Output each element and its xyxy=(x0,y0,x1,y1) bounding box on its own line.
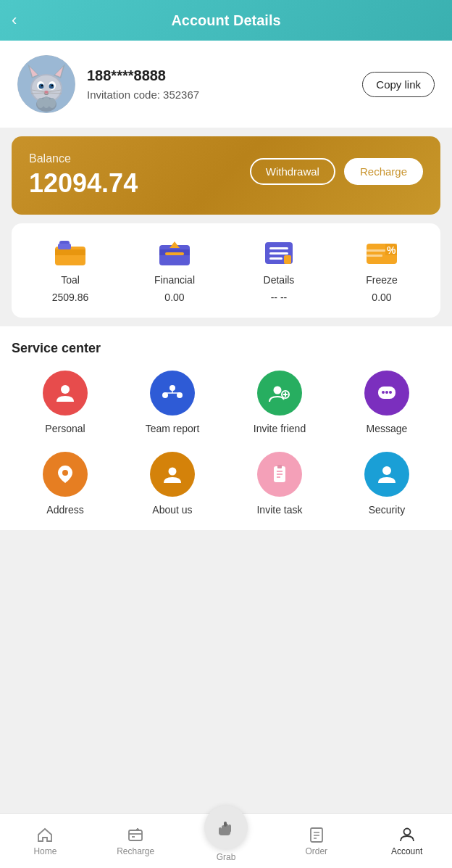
svg-point-56 xyxy=(389,391,392,394)
balance-card: Balance 12094.74 Withdrawal Recharge xyxy=(12,136,440,215)
svg-text:%: % xyxy=(387,244,396,256)
svg-point-58 xyxy=(169,468,177,476)
nav-recharge[interactable]: Recharge xyxy=(91,826,181,856)
invite-friend-icon xyxy=(257,371,302,416)
invite-friend-label: Invite friend xyxy=(254,423,306,434)
withdrawal-button[interactable]: Withdrawal xyxy=(250,158,335,185)
svg-rect-65 xyxy=(129,830,142,840)
stat-financial[interactable]: Financial 0.00 xyxy=(154,238,195,303)
account-label: Account xyxy=(391,846,422,856)
service-title: Service center xyxy=(12,341,440,356)
svg-point-78 xyxy=(403,828,410,835)
nav-order[interactable]: Order xyxy=(271,826,361,856)
toal-icon xyxy=(51,238,89,268)
toal-value: 2509.86 xyxy=(52,292,89,303)
service-item-address[interactable]: Address xyxy=(12,452,119,516)
financial-label: Financial xyxy=(154,274,195,286)
balance-amount: 12094.74 xyxy=(29,168,138,199)
stats-section: Toal 2509.86 Financial 0.00 Details xyxy=(12,223,440,318)
nav-home[interactable]: Home xyxy=(0,826,91,856)
team-report-icon xyxy=(150,371,195,416)
details-value: -- -- xyxy=(271,292,288,303)
svg-point-54 xyxy=(382,391,385,394)
back-button[interactable]: ‹ xyxy=(12,11,17,30)
home-label: Home xyxy=(33,846,56,856)
profile-phone: 188****8888 xyxy=(87,67,351,84)
profile-info: 188****8888 Invitation code: 352367 xyxy=(87,67,351,101)
copy-link-button[interactable]: Copy link xyxy=(362,72,435,97)
profile-invite: Invitation code: 352367 xyxy=(87,88,351,101)
service-item-security[interactable]: Security xyxy=(333,452,440,516)
svg-rect-39 xyxy=(367,255,382,257)
home-icon xyxy=(36,826,54,843)
svg-rect-63 xyxy=(277,465,282,468)
balance-top: Balance 12094.74 Withdrawal Recharge xyxy=(29,152,423,199)
stat-toal[interactable]: Toal 2509.86 xyxy=(51,238,89,303)
svg-point-55 xyxy=(385,391,388,394)
svg-point-64 xyxy=(382,466,391,475)
details-icon xyxy=(260,238,298,268)
svg-point-57 xyxy=(62,470,68,476)
svg-point-10 xyxy=(49,84,54,89)
bottom-nav: Home Recharge xyxy=(0,813,452,868)
service-item-invite-task[interactable]: Invite task xyxy=(226,452,333,516)
service-item-message[interactable]: Message xyxy=(333,371,440,434)
svg-marker-29 xyxy=(170,241,180,248)
profile-section: 188****8888 Invitation code: 352367 Copy… xyxy=(0,41,452,128)
svg-rect-31 xyxy=(269,247,288,249)
grab-circle xyxy=(204,806,248,849)
freeze-icon: % xyxy=(363,238,401,268)
header: ‹ Account Details xyxy=(0,0,452,41)
grab-label: Grab xyxy=(217,852,236,862)
balance-buttons: Withdrawal Recharge xyxy=(250,152,423,185)
invite-task-label: Invite task xyxy=(256,504,302,516)
nav-grab[interactable]: Grab xyxy=(181,820,272,862)
message-icon xyxy=(364,371,409,416)
svg-point-9 xyxy=(39,84,44,89)
recharge-icon xyxy=(127,826,144,843)
svg-rect-33 xyxy=(269,257,282,260)
invite-code: 352367 xyxy=(163,88,199,101)
about-us-label: About us xyxy=(152,504,192,516)
freeze-label: Freeze xyxy=(366,274,398,286)
details-label: Details xyxy=(264,274,295,286)
order-label: Order xyxy=(305,846,327,856)
recharge-label: Recharge xyxy=(117,846,154,856)
svg-point-12 xyxy=(51,85,53,86)
financial-value: 0.00 xyxy=(164,292,184,303)
nav-account[interactable]: Account xyxy=(361,826,452,856)
freeze-value: 0.00 xyxy=(372,292,391,303)
stat-details[interactable]: Details -- -- xyxy=(260,238,298,303)
financial-icon xyxy=(156,238,193,268)
svg-rect-34 xyxy=(284,255,291,264)
avatar-image xyxy=(17,55,75,113)
toal-label: Toal xyxy=(61,274,80,286)
personal-label: Personal xyxy=(45,423,85,434)
svg-rect-28 xyxy=(165,252,184,255)
svg-rect-25 xyxy=(58,244,71,249)
service-section: Service center Personal xyxy=(0,326,452,530)
recharge-button[interactable]: Recharge xyxy=(344,158,423,185)
service-item-team-report[interactable]: Team report xyxy=(119,371,226,434)
address-icon xyxy=(43,452,88,497)
address-label: Address xyxy=(46,504,83,516)
avatar xyxy=(17,55,75,113)
message-label: Message xyxy=(367,423,408,434)
stat-freeze[interactable]: % Freeze 0.00 xyxy=(363,238,401,303)
svg-rect-38 xyxy=(367,249,385,252)
service-item-invite-friend[interactable]: Invite friend xyxy=(226,371,333,434)
security-label: Security xyxy=(369,504,406,516)
balance-label: Balance xyxy=(29,152,138,165)
account-icon xyxy=(398,826,416,843)
service-grid: Personal Team report xyxy=(12,371,440,516)
gray-area xyxy=(0,539,452,597)
invite-task-icon xyxy=(257,452,302,497)
svg-rect-32 xyxy=(269,252,288,255)
order-icon xyxy=(308,826,325,843)
svg-point-40 xyxy=(61,385,70,394)
service-item-personal[interactable]: Personal xyxy=(12,371,119,434)
service-item-about-us[interactable]: About us xyxy=(119,452,226,516)
page-title: Account Details xyxy=(171,12,280,29)
team-report-label: Team report xyxy=(146,423,200,434)
personal-icon xyxy=(43,371,88,416)
